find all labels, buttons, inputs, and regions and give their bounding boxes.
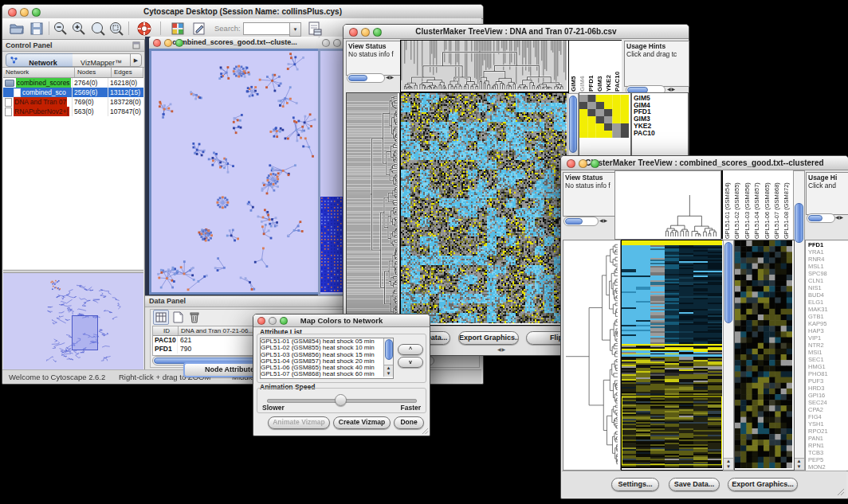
report-icon[interactable]	[307, 21, 323, 37]
tv2-heatmap-vscrollbar[interactable]: ▲▼	[723, 240, 734, 471]
tv2-zoom-vscrollbar[interactable]: ▲▼	[793, 170, 805, 471]
tv1-action-button[interactable]: Export Graphics...	[458, 331, 519, 345]
network-view-titlebar[interactable]: combined_scores_good.txt--cluste...	[149, 37, 320, 49]
gene-label: CLN1	[808, 277, 848, 284]
tv1-heatmap[interactable]	[400, 92, 569, 326]
zoom-window-icon[interactable]	[175, 39, 183, 47]
help-lifering-icon[interactable]	[136, 21, 152, 37]
tab-network[interactable]: Network	[6, 53, 74, 67]
gene-label: CPA2	[808, 406, 848, 413]
zoom-fit-icon[interactable]	[90, 21, 106, 37]
tv2-column-dendrogram[interactable]	[614, 170, 721, 240]
tv1-usage-hints: Usage HintsClick and drag tc	[624, 41, 689, 87]
tv1-column-dendrogram[interactable]	[400, 40, 569, 92]
network-list-row[interactable]: DNA and Tran 07 769(0) 183728(0)	[3, 97, 143, 107]
cytoscape-titlebar[interactable]: Cytoscape Desktop (Session Name: collins…	[2, 5, 483, 19]
network-overview-panel[interactable]	[3, 272, 143, 374]
gene-label: PFD1	[808, 241, 848, 248]
network-row-name: RNAPuberNov2+|	[14, 107, 69, 116]
save-icon[interactable]	[29, 21, 45, 37]
delete-attribute-icon[interactable]	[186, 310, 202, 325]
open-file-icon[interactable]	[9, 21, 25, 37]
tv2-row-dendrogram[interactable]	[563, 240, 621, 471]
create-vizmap-button[interactable]: Create Vizmap	[333, 416, 391, 429]
dialog-titlebar[interactable]: Map Colors to Network	[253, 315, 430, 327]
minimize-icon[interactable]	[333, 39, 341, 47]
gene-label: VIP1	[808, 334, 848, 342]
gene-label: GPI16	[808, 392, 848, 399]
resize-grip-icon[interactable]	[837, 488, 845, 496]
treeview1-titlebar[interactable]: ClusterMaker TreeView : DNA and Tran 07-…	[344, 25, 689, 39]
network-list-row[interactable]: RNAPuberNov2+| 563(0) 107847(0)	[3, 107, 143, 116]
tv1-bottom-scroll-arrows[interactable]: ◀▶	[497, 346, 506, 354]
network-row-icon	[5, 107, 12, 116]
more-tabs-icon[interactable]: ▶	[130, 53, 142, 67]
vizmapper-shortcut-icon[interactable]	[170, 21, 186, 37]
minimize-icon[interactable]	[361, 28, 370, 37]
search-dropdown-icon[interactable]: ▼	[289, 22, 301, 37]
done-button[interactable]: Done	[394, 416, 424, 429]
close-icon[interactable]	[322, 39, 330, 47]
tv1-row-dendrogram[interactable]	[346, 92, 400, 324]
minimize-icon[interactable]	[269, 317, 277, 325]
speed-slider-thumb[interactable]	[335, 394, 347, 406]
move-down-button[interactable]: v	[398, 357, 423, 368]
overview-viewport-rect[interactable]	[72, 315, 98, 350]
gene-label: RPO21	[808, 428, 848, 435]
network-list-row[interactable]: combined_sco 2569(6) 13112(15)	[3, 88, 143, 97]
close-icon[interactable]	[8, 8, 17, 17]
network-row-nodes: 2569(6)	[73, 88, 108, 97]
new-attribute-icon[interactable]	[170, 310, 186, 325]
float-panel-icon[interactable]	[132, 41, 140, 49]
zoom-window-icon[interactable]	[591, 159, 599, 168]
resize-grip-icon[interactable]	[422, 428, 429, 435]
tv1-status-scrollbar[interactable]	[347, 73, 385, 83]
tv2-hints-scroll-arrows[interactable]: ◀▶	[835, 213, 844, 221]
zoom-in-icon[interactable]	[71, 21, 87, 37]
zoom-window-icon[interactable]	[32, 8, 41, 17]
gene-label: HRD3	[808, 385, 848, 392]
close-icon[interactable]	[153, 39, 161, 47]
network-graph-canvas[interactable]	[151, 51, 318, 292]
zoom-window-icon[interactable]	[280, 317, 288, 325]
tv2-heatmap[interactable]	[621, 240, 724, 471]
tv2-status-scroll-arrows[interactable]: ◀▶	[599, 217, 608, 225]
minimize-icon[interactable]	[164, 39, 172, 47]
tab-vizmapper[interactable]: VizMapper™	[73, 53, 131, 67]
tv1-column-labels: GIM5GIM4PFD1GIM3YKE2PAC10	[569, 40, 622, 92]
minimize-icon[interactable]	[579, 159, 587, 168]
move-up-button[interactable]: ^	[398, 344, 423, 355]
column-label: PFD1	[587, 41, 595, 92]
tv2-gene-list[interactable]: PFD1YRA1RNR4MSL1SPC98CLN1NIS1BUD4ELG1MAK…	[805, 240, 848, 471]
treeview2-titlebar[interactable]: ClusterMaker TreeView : combined_scores_…	[561, 156, 848, 170]
close-icon[interactable]	[567, 159, 575, 168]
annotation-icon[interactable]	[191, 21, 207, 37]
id-column-header[interactable]: ID	[153, 326, 179, 335]
tv2-action-button[interactable]: Export Graphics...	[728, 478, 798, 491]
attribute-item[interactable]: GPL51-07 (GSM868) heat shock 60 min	[261, 371, 393, 377]
attribute-list[interactable]: GPL51-01 (GSM854) heat shock 05 minGPL51…	[260, 338, 394, 379]
animate-vizmap-button[interactable]: Animate Vizmap	[268, 416, 330, 429]
tv1-status-scroll-arrows[interactable]: ◀▶	[386, 73, 395, 81]
column-label: GPL51-07 (GSM868)	[772, 170, 782, 239]
network-list-row[interactable]: combined_scores 2764(0) 16218(0)	[3, 78, 143, 88]
tv2-hints-scrollbar[interactable]	[807, 213, 835, 223]
tv2-action-button[interactable]: Save Data...	[669, 478, 720, 491]
zoom-window-icon[interactable]	[373, 28, 382, 37]
zoom-out-icon[interactable]	[53, 21, 69, 37]
zoom-selected-icon[interactable]	[108, 21, 124, 37]
column-label: GPL51-06 (GSM865)	[763, 170, 772, 239]
tv2-status-scrollbar[interactable]	[563, 217, 599, 226]
animation-speed-group: Slower Faster	[257, 388, 426, 413]
tv2-zoom-heatmap[interactable]	[734, 240, 795, 471]
close-icon[interactable]	[257, 317, 265, 325]
search-input[interactable]	[243, 22, 291, 35]
attribute-list-scrollbar[interactable]: ▲▼	[383, 338, 393, 377]
minimize-icon[interactable]	[20, 8, 29, 17]
gene-label: SPC98	[808, 270, 848, 277]
column-label: GPL51-04 (GSM857)	[752, 170, 762, 239]
gene-label: PAN1	[808, 435, 848, 442]
attribute-select-icon[interactable]	[153, 310, 169, 325]
tv2-action-button[interactable]: Settings...	[611, 478, 659, 491]
close-icon[interactable]	[349, 28, 358, 37]
